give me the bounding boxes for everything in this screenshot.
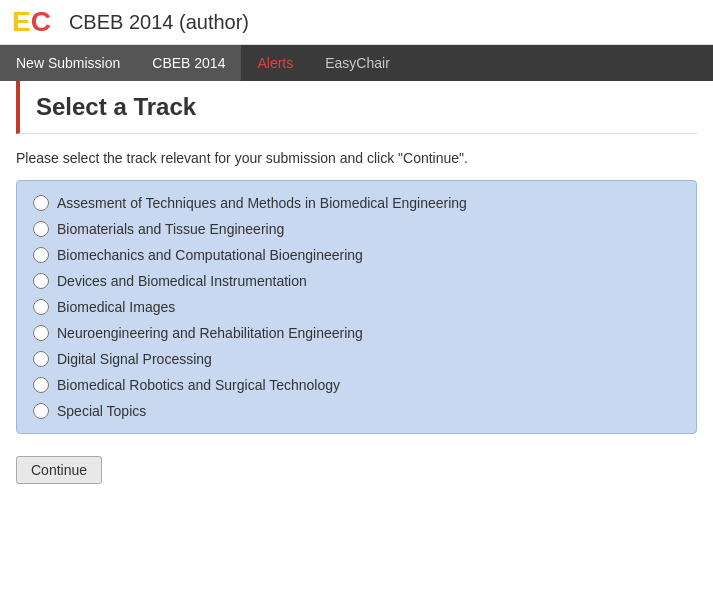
track-option-2[interactable]: Biomaterials and Tissue Engineering <box>33 221 680 237</box>
track-label-3[interactable]: Biomechanics and Computational Bioengine… <box>57 247 363 263</box>
track-label-8[interactable]: Biomedical Robotics and Surgical Technol… <box>57 377 340 393</box>
track-radio-9[interactable] <box>33 403 49 419</box>
track-label-5[interactable]: Biomedical Images <box>57 299 175 315</box>
header-title: CBEB 2014 (author) <box>69 11 249 34</box>
track-label-1[interactable]: Assesment of Techniques and Methods in B… <box>57 195 467 211</box>
track-option-3[interactable]: Biomechanics and Computational Bioengine… <box>33 247 680 263</box>
nav-item-easychair[interactable]: EasyChair <box>309 45 406 81</box>
page-title: Select a Track <box>36 93 697 121</box>
track-selection-box: Assesment of Techniques and Methods in B… <box>16 180 697 434</box>
track-option-7[interactable]: Digital Signal Processing <box>33 351 680 367</box>
track-label-6[interactable]: Neuroengineering and Rehabilitation Engi… <box>57 325 363 341</box>
nav-item-alerts[interactable]: Alerts <box>241 45 309 81</box>
track-label-9[interactable]: Special Topics <box>57 403 146 419</box>
nav-item-cbeb-2014[interactable]: CBEB 2014 <box>136 45 241 81</box>
track-radio-6[interactable] <box>33 325 49 341</box>
heading-wrapper: Select a Track <box>16 81 697 134</box>
logo-icon: EC <box>12 8 51 36</box>
continue-button[interactable]: Continue <box>16 456 102 484</box>
track-option-4[interactable]: Devices and Biomedical Instrumentation <box>33 273 680 289</box>
track-option-8[interactable]: Biomedical Robotics and Surgical Technol… <box>33 377 680 393</box>
track-radio-5[interactable] <box>33 299 49 315</box>
page-content: Select a Track Please select the track r… <box>0 81 713 500</box>
track-radio-8[interactable] <box>33 377 49 393</box>
track-radio-4[interactable] <box>33 273 49 289</box>
track-option-6[interactable]: Neuroengineering and Rehabilitation Engi… <box>33 325 680 341</box>
track-radio-1[interactable] <box>33 195 49 211</box>
track-option-9[interactable]: Special Topics <box>33 403 680 419</box>
track-radio-2[interactable] <box>33 221 49 237</box>
track-radio-3[interactable] <box>33 247 49 263</box>
logo: EC <box>12 8 59 36</box>
navbar: New Submission CBEB 2014 Alerts EasyChai… <box>0 45 713 81</box>
logo-e-letter: E <box>12 6 31 37</box>
logo-c-letter: C <box>31 6 51 37</box>
instruction-text: Please select the track relevant for you… <box>16 150 697 166</box>
header: EC CBEB 2014 (author) <box>0 0 713 45</box>
track-radio-7[interactable] <box>33 351 49 367</box>
nav-item-new-submission[interactable]: New Submission <box>0 45 136 81</box>
track-label-7[interactable]: Digital Signal Processing <box>57 351 212 367</box>
track-label-4[interactable]: Devices and Biomedical Instrumentation <box>57 273 307 289</box>
track-option-5[interactable]: Biomedical Images <box>33 299 680 315</box>
track-option-1[interactable]: Assesment of Techniques and Methods in B… <box>33 195 680 211</box>
track-label-2[interactable]: Biomaterials and Tissue Engineering <box>57 221 284 237</box>
